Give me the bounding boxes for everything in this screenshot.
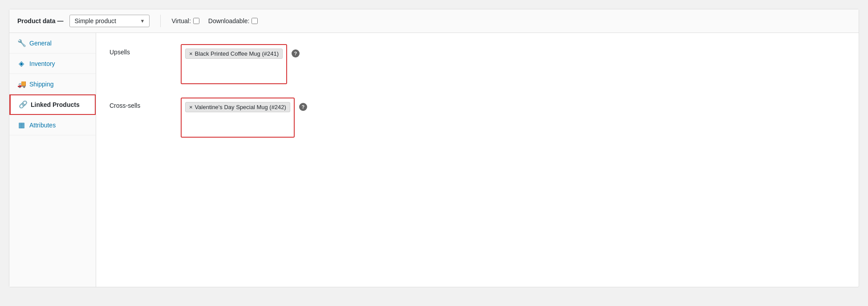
sidebar-item-label-attributes: Attributes (29, 122, 56, 129)
product-type-value: Simple product (74, 17, 136, 24)
cross-sells-tag-1: × Valentine's Day Special Mug (#242) (185, 102, 290, 112)
panel-header-title: Product data — (17, 17, 63, 24)
downloadable-checkbox[interactable] (251, 18, 258, 24)
general-icon: 🔧 (17, 39, 25, 47)
cross-sells-field-with-help: × Valentine's Day Special Mug (#242) ? (181, 98, 307, 138)
attributes-icon: ▦ (17, 121, 25, 129)
upsells-tag-1-remove[interactable]: × (189, 50, 193, 57)
checkbox-group: Virtual: Downloadable: (171, 17, 258, 24)
sidebar-item-attributes[interactable]: ▦ Attributes (9, 115, 96, 135)
sidebar: 🔧 General ◈ Inventory 🚚 Shipping 🔗 Linke… (9, 33, 96, 287)
inventory-icon: ◈ (17, 59, 25, 68)
upsells-field-with-help: × Black Printed Coffee Mug (#241) ? (181, 44, 300, 84)
upsells-help-icon[interactable]: ? (292, 49, 300, 57)
header-separator (160, 15, 161, 27)
page-wrapper: Product data — Simple product ▼ Virtual:… (0, 0, 868, 306)
cross-sells-label: Cross-sells (110, 98, 181, 109)
product-type-select[interactable]: Simple product ▼ (69, 15, 150, 27)
sidebar-item-label-inventory: Inventory (29, 60, 55, 67)
product-data-panel: Product data — Simple product ▼ Virtual:… (9, 9, 859, 287)
dropdown-arrow-icon: ▼ (140, 18, 145, 24)
cross-sells-row: Cross-sells × Valentine's Day Special Mu… (110, 98, 845, 138)
sidebar-item-shipping[interactable]: 🚚 Shipping (9, 74, 96, 94)
sidebar-item-label-general: General (29, 40, 52, 47)
cross-sells-tag-1-remove[interactable]: × (189, 104, 193, 110)
panel-body: 🔧 General ◈ Inventory 🚚 Shipping 🔗 Linke… (9, 33, 859, 287)
upsells-tag-1: × Black Printed Coffee Mug (#241) (185, 49, 283, 59)
downloadable-checkbox-item: Downloadable: (208, 17, 258, 24)
virtual-checkbox-item: Virtual: (171, 17, 199, 24)
upsells-input-box[interactable]: × Black Printed Coffee Mug (#241) (181, 44, 287, 84)
main-content: Upsells × Black Printed Coffee Mug (#241… (96, 33, 859, 287)
cross-sells-input-box[interactable]: × Valentine's Day Special Mug (#242) (181, 98, 295, 138)
upsells-label: Upsells (110, 44, 181, 56)
sidebar-item-inventory[interactable]: ◈ Inventory (9, 53, 96, 74)
virtual-checkbox[interactable] (193, 18, 199, 24)
linked-products-icon: 🔗 (19, 100, 27, 109)
sidebar-item-linked-products[interactable]: 🔗 Linked Products (9, 94, 96, 115)
upsells-row: Upsells × Black Printed Coffee Mug (#241… (110, 44, 845, 84)
virtual-label: Virtual: (171, 17, 191, 24)
downloadable-label: Downloadable: (208, 17, 250, 24)
cross-sells-tag-1-text: Valentine's Day Special Mug (#242) (195, 104, 286, 110)
shipping-icon: 🚚 (17, 80, 25, 88)
sidebar-item-label-linked-products: Linked Products (31, 101, 80, 108)
upsells-tag-1-text: Black Printed Coffee Mug (#241) (195, 50, 279, 57)
sidebar-item-general[interactable]: 🔧 General (9, 33, 96, 53)
sidebar-item-label-shipping: Shipping (29, 81, 54, 88)
panel-header: Product data — Simple product ▼ Virtual:… (9, 9, 859, 33)
cross-sells-help-icon[interactable]: ? (299, 103, 307, 111)
